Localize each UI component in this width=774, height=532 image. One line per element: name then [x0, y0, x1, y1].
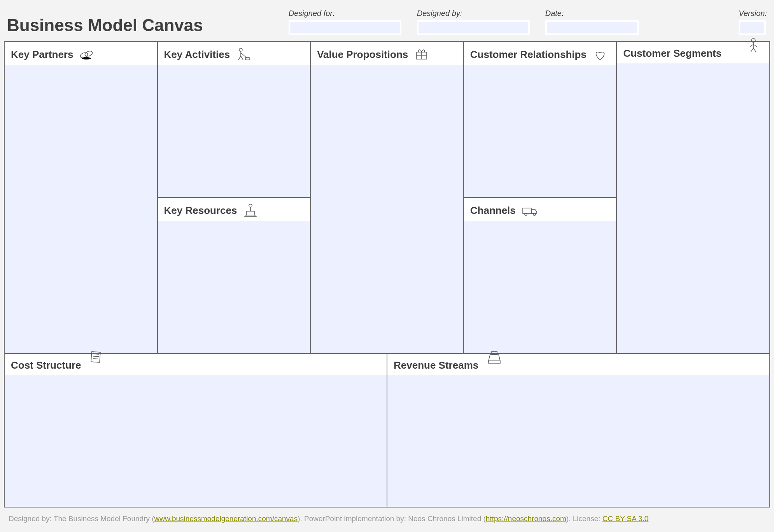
- canvas-top-row: Key Partners Key Activities: [5, 42, 769, 353]
- body-channels[interactable]: [464, 221, 616, 353]
- cell-revenue-streams: Revenue Streams: [387, 354, 769, 507]
- title-customer-segments: Customer Segments: [623, 47, 721, 60]
- cell-header-customer-relationships: Customer Relationships: [464, 42, 616, 65]
- header: Business Model Canvas Designed for: Desi…: [0, 0, 774, 41]
- designed-by-input[interactable]: [417, 20, 530, 35]
- title-customer-relationships: Customer Relationships: [470, 49, 587, 61]
- footnote: Designed by: The Business Model Foundry …: [0, 508, 774, 530]
- meta-label-designed-by: Designed by:: [417, 9, 530, 18]
- footnote-prefix: Designed by: The Business Model Foundry …: [9, 514, 154, 523]
- svg-point-2: [82, 57, 91, 60]
- footnote-mid2: ). License:: [566, 514, 602, 523]
- cell-channels: Channels: [464, 197, 616, 353]
- date-input[interactable]: [545, 20, 639, 35]
- canvas-bottom-row: Cost Structure Revenue Streams: [5, 353, 769, 507]
- meta-designed-by: Designed by:: [417, 9, 530, 35]
- col-value-propositions: Value Propositions: [310, 42, 463, 353]
- col-customer-segments: Customer Segments: [616, 42, 769, 353]
- heart-icon: [590, 47, 610, 62]
- footnote-link-neos[interactable]: https://neoschronos.com: [486, 514, 566, 523]
- body-cost-structure[interactable]: [5, 375, 387, 507]
- footnote-link-license[interactable]: CC BY-SA 3.0: [602, 514, 649, 523]
- body-key-activities[interactable]: [158, 65, 310, 197]
- canvas: Key Partners Key Activities: [4, 41, 770, 508]
- col-key-partners: Key Partners: [5, 42, 157, 353]
- body-customer-segments[interactable]: [617, 63, 769, 353]
- svg-rect-13: [489, 361, 500, 363]
- title-key-activities: Key Activities: [164, 49, 230, 61]
- body-key-partners[interactable]: [5, 65, 157, 353]
- cell-cost-structure: Cost Structure: [5, 354, 387, 507]
- version-input[interactable]: [739, 20, 766, 35]
- svg-point-3: [239, 48, 242, 51]
- cell-header-key-resources: Key Resources: [158, 198, 310, 221]
- svg-rect-4: [245, 58, 249, 60]
- cell-key-partners: Key Partners: [5, 42, 157, 353]
- title-cost-structure: Cost Structure: [11, 359, 81, 371]
- title-key-resources: Key Resources: [164, 205, 237, 217]
- body-revenue-streams[interactable]: [387, 375, 769, 507]
- cell-header-key-activities: Key Activities: [158, 42, 310, 65]
- svg-rect-12: [492, 352, 497, 355]
- cell-header-key-partners: Key Partners: [5, 42, 157, 65]
- cell-header-value-propositions: Value Propositions: [311, 42, 463, 65]
- svg-point-11: [751, 38, 755, 42]
- footnote-link-foundry[interactable]: www.businessmodelgeneration.com/canvas: [154, 514, 298, 523]
- body-customer-relationships[interactable]: [464, 65, 616, 197]
- cell-header-channels: Channels: [464, 198, 616, 221]
- svg-point-5: [249, 204, 252, 207]
- cell-value-propositions: Value Propositions: [311, 42, 463, 353]
- worker-icon: [234, 47, 253, 62]
- svg-rect-8: [523, 208, 531, 214]
- meta-label-designed-for: Designed for:: [289, 9, 401, 18]
- factory-icon: [241, 203, 260, 218]
- body-key-resources[interactable]: [158, 221, 310, 353]
- meta-version: Version:: [739, 9, 767, 35]
- title-key-partners: Key Partners: [11, 49, 73, 61]
- designed-for-input[interactable]: [289, 20, 401, 35]
- cell-header-cost-structure: Cost Structure: [5, 354, 387, 375]
- cell-header-customer-segments: Customer Segments: [617, 42, 769, 63]
- cash-register-icon: [485, 349, 504, 365]
- meta-date: Date:: [545, 9, 639, 35]
- footnote-mid1: ). PowerPoint implementation by: Neos Ch…: [298, 514, 486, 523]
- meta-label-date: Date:: [545, 9, 639, 18]
- cell-header-revenue-streams: Revenue Streams: [387, 354, 769, 375]
- cell-customer-segments: Customer Segments: [617, 42, 769, 353]
- title-channels: Channels: [470, 205, 516, 217]
- link-icon: [77, 47, 96, 62]
- title-value-propositions: Value Propositions: [317, 49, 408, 61]
- page-title: Business Model Canvas: [7, 4, 273, 35]
- receipt-icon: [86, 349, 106, 365]
- cell-customer-relationships: Customer Relationships: [464, 42, 616, 197]
- body-value-propositions[interactable]: [311, 65, 463, 353]
- col-activities-resources: Key Activities Key Resources: [157, 42, 310, 353]
- svg-point-1: [84, 50, 93, 57]
- cell-key-activities: Key Activities: [158, 42, 310, 197]
- svg-rect-6: [247, 211, 254, 215]
- meta-label-version: Version:: [739, 9, 767, 18]
- title-revenue-streams: Revenue Streams: [394, 359, 478, 371]
- meta-designed-for: Designed for:: [289, 9, 401, 35]
- gift-icon: [412, 47, 431, 62]
- truck-icon: [520, 203, 539, 218]
- cell-key-resources: Key Resources: [158, 197, 310, 353]
- col-relationships-channels: Customer Relationships Channels: [463, 42, 616, 353]
- person-icon: [744, 37, 763, 53]
